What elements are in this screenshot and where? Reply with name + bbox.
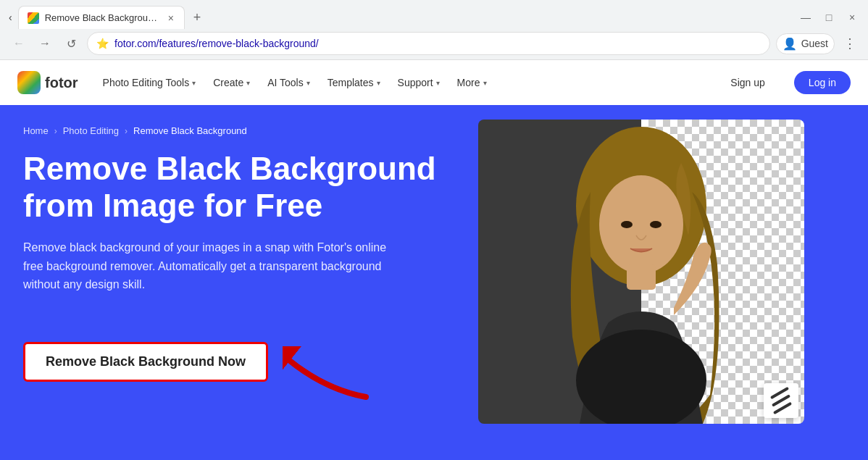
chevron-down-icon: ▾ <box>192 79 196 87</box>
hero-title: Remove Black Background from Image for F… <box>23 151 455 224</box>
svg-point-5 <box>621 221 633 228</box>
nav-items: Photo Editing Tools ▾ Create ▾ AI Tools … <box>96 71 494 94</box>
breadcrumb-current: Remove Black Background <box>133 125 247 136</box>
chevron-down-icon: ▾ <box>377 79 380 87</box>
nav-item-templates[interactable]: Templates ▾ <box>320 71 388 94</box>
nav-item-label: Templates <box>327 77 374 88</box>
hero-description: Remove black background of your images i… <box>23 238 400 294</box>
guest-button[interactable]: 👤 Guest <box>776 33 835 54</box>
address-bar-row: ← → ↺ ⭐ fotor.com/features/remove-black-… <box>0 29 868 59</box>
tab-favicon <box>28 12 39 24</box>
browser-chrome: ‹ Remove Black Background fr × + — □ × ←… <box>0 0 868 60</box>
active-tab[interactable]: Remove Black Background fr × <box>18 6 185 29</box>
nav-item-photo-editing[interactable]: Photo Editing Tools ▾ <box>96 71 204 94</box>
cta-button[interactable]: Remove Black Background Now <box>23 342 268 382</box>
nav-item-support[interactable]: Support ▾ <box>391 71 447 94</box>
chevron-down-icon: ▾ <box>306 79 310 87</box>
chevron-down-icon: ▾ <box>246 79 250 87</box>
browser-menu-button[interactable]: ⋮ <box>840 33 859 54</box>
maximize-button[interactable]: □ <box>819 7 839 28</box>
nav-item-label: More <box>457 77 480 88</box>
breadcrumb-separator: › <box>54 126 57 136</box>
nav-item-more[interactable]: More ▾ <box>450 71 494 94</box>
fotor-logo-icon <box>17 71 41 94</box>
logo-text: fotor <box>45 75 78 91</box>
new-tab-button[interactable]: + <box>188 7 207 28</box>
chevron-down-icon: ▾ <box>483 79 487 87</box>
nav-item-label: Support <box>398 77 433 88</box>
breadcrumb: Home › Photo Editing › Remove Black Back… <box>23 125 455 136</box>
forward-button[interactable]: → <box>35 33 55 54</box>
tab-title: Remove Black Background fr <box>45 12 161 23</box>
right-image-area <box>478 105 822 460</box>
watermark-lines <box>771 394 791 407</box>
tab-list-button[interactable]: ‹ <box>6 9 15 26</box>
site-nav: fotor Photo Editing Tools ▾ Create ▾ AI … <box>0 60 868 105</box>
main-content: Home › Photo Editing › Remove Black Back… <box>0 105 868 460</box>
website: fotor Photo Editing Tools ▾ Create ▾ AI … <box>0 60 868 460</box>
address-url: fotor.com/features/remove-black-backgrou… <box>114 38 761 49</box>
svg-point-6 <box>650 221 662 228</box>
nav-item-label: Create <box>213 77 243 88</box>
logo[interactable]: fotor <box>17 71 78 94</box>
close-button[interactable]: × <box>842 7 862 28</box>
breadcrumb-separator-2: › <box>125 126 128 136</box>
minimize-button[interactable]: — <box>796 7 816 28</box>
cta-area: Remove Black Background Now <box>23 317 455 407</box>
sign-up-button[interactable]: Sign up <box>719 71 776 94</box>
nav-item-create[interactable]: Create ▾ <box>206 71 257 94</box>
breadcrumb-photo-editing[interactable]: Photo Editing <box>63 125 119 136</box>
nav-item-label: Photo Editing Tools <box>103 77 190 88</box>
fotor-watermark <box>764 383 798 418</box>
person-illustration <box>478 120 804 424</box>
guest-icon: 👤 <box>783 37 797 51</box>
nav-item-label: AI Tools <box>267 77 304 88</box>
chevron-down-icon: ▾ <box>436 79 440 87</box>
login-button[interactable]: Log in <box>794 71 851 94</box>
refresh-button[interactable]: ↺ <box>61 33 81 54</box>
back-button[interactable]: ← <box>9 33 29 54</box>
red-arrow-icon <box>283 346 370 404</box>
breadcrumb-home[interactable]: Home <box>23 125 49 136</box>
svg-point-2 <box>599 175 683 274</box>
product-demo-image <box>478 120 804 424</box>
left-content: Home › Photo Editing › Remove Black Back… <box>0 105 478 460</box>
nav-item-ai-tools[interactable]: AI Tools ▾ <box>260 71 317 94</box>
tab-close-button[interactable]: × <box>167 12 175 25</box>
svg-rect-3 <box>627 264 656 290</box>
address-input[interactable]: ⭐ fotor.com/features/remove-black-backgr… <box>87 32 770 55</box>
guest-label: Guest <box>801 38 828 49</box>
arrow-container <box>283 346 370 407</box>
